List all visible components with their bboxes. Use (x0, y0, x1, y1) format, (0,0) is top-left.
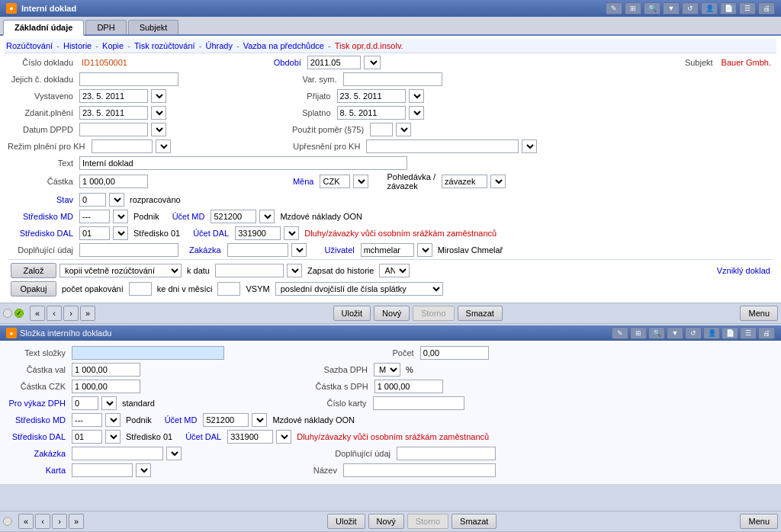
sub-tb-list-btn[interactable]: ☰ (740, 327, 757, 339)
ucet-dal-link[interactable]: Účet DAL (193, 229, 229, 238)
zdanit-select[interactable] (151, 106, 166, 120)
vystaveno-select[interactable] (151, 89, 166, 103)
sub-castka-val-input[interactable] (72, 363, 140, 377)
pouzit-input[interactable] (370, 123, 393, 136)
varsym-input[interactable] (343, 72, 442, 86)
rezim-input[interactable] (92, 139, 153, 153)
sub-nav-last-btn[interactable]: » (69, 514, 84, 529)
opakuj-dni-input[interactable] (217, 282, 240, 296)
ucet-dal-input[interactable] (235, 226, 281, 240)
obdobi-input[interactable] (307, 56, 361, 69)
tb-print-btn[interactable]: 🖨 (758, 2, 775, 14)
sub-tb-doc-btn[interactable]: 📄 (722, 327, 738, 339)
label-mena-link[interactable]: Měna (286, 177, 317, 186)
sub-tb-edit-btn[interactable]: ✎ (612, 327, 628, 339)
stredisko-dal-input[interactable] (79, 226, 110, 240)
prijato-select[interactable] (409, 89, 424, 103)
novy-btn-2[interactable]: Nový (368, 514, 404, 529)
upresneni-select[interactable] (522, 139, 537, 153)
link-kopie[interactable]: Kopie (102, 41, 124, 50)
link-uhrady[interactable]: Úhrady (205, 41, 232, 50)
sub-text-input[interactable] (72, 346, 224, 360)
sub-nav-first-btn[interactable]: « (18, 514, 34, 529)
tb-user-btn[interactable]: 👤 (701, 2, 718, 14)
sub-ucet-dal-link[interactable]: Účet DAL (185, 432, 221, 441)
doplnujici-input[interactable] (79, 243, 178, 257)
zakazka-link[interactable]: Zakázka (189, 245, 221, 255)
opakuj-posledni-select[interactable]: poslední dvojčíslí dle čísla splátky (275, 282, 443, 296)
sub-castka-czk-input[interactable] (72, 380, 140, 393)
zakazka-select[interactable] (291, 243, 307, 257)
smazat-btn-2[interactable]: Smazat (452, 514, 497, 529)
sub-stredisko-md-select[interactable] (105, 413, 121, 427)
tb-grid-btn[interactable]: ⊞ (625, 2, 641, 14)
zaloz-datum-input[interactable] (215, 264, 284, 277)
tb-edit-btn[interactable]: ✎ (606, 2, 622, 14)
obdobi-select[interactable] (364, 56, 381, 69)
sub-castka-sdph-input[interactable] (374, 380, 443, 393)
sub-provykaz-select[interactable] (101, 396, 117, 410)
link-rozuctovani[interactable]: Rozúčtování (6, 41, 53, 50)
castka-input[interactable] (79, 175, 148, 188)
uzivatel-link[interactable]: Uživatel (325, 245, 355, 255)
sub-pocet-input[interactable] (420, 346, 489, 360)
stav-input[interactable] (79, 193, 106, 207)
prijato-input[interactable] (337, 89, 406, 103)
tab-subjekt[interactable]: Subjekt (128, 20, 179, 34)
smazat-btn-1[interactable]: Smazat (458, 306, 503, 321)
text-input[interactable] (79, 156, 407, 170)
upresneni-input[interactable] (366, 139, 519, 153)
sub-stredisko-dal-select[interactable] (105, 430, 121, 444)
sub-nav-prev-btn[interactable]: ‹ (35, 514, 50, 529)
ucet-md-input[interactable] (211, 210, 256, 223)
datum-select[interactable] (151, 123, 166, 136)
zaloz-type-select[interactable]: kopii včetně rozúčtování (59, 264, 182, 277)
sub-label-stredisko-md-link[interactable]: Středisko MD (8, 415, 69, 425)
nav-prev-btn[interactable]: ‹ (47, 306, 62, 321)
sub-nazev-input[interactable] (343, 463, 496, 477)
sub-ucet-md-select[interactable] (252, 413, 267, 427)
mena-select[interactable] (353, 175, 368, 188)
ucet-md-select[interactable] (259, 210, 275, 223)
sub-tb-refresh-btn[interactable]: ↺ (685, 327, 702, 339)
ulozit-btn-1[interactable]: Uložit (333, 306, 371, 321)
menu-btn-1[interactable]: Menu (740, 306, 778, 321)
sub-tb-filter-btn[interactable]: ▼ (667, 327, 683, 339)
tab-zakladni-udaje[interactable]: Základní údaje (3, 20, 84, 36)
label-stredisko-md-link[interactable]: Středisko MD (8, 212, 76, 221)
sub-ucet-md-link[interactable]: Účet MD (165, 415, 198, 425)
sub-zakazka-input[interactable] (72, 447, 163, 460)
sub-label-stredisko-dal-link[interactable]: Středisko DAL (8, 432, 69, 441)
tb-search-btn[interactable]: 🔍 (644, 2, 660, 14)
zaloz-button[interactable]: Založ (11, 263, 56, 278)
sub-tb-grid-btn[interactable]: ⊞ (630, 327, 647, 339)
mena-input[interactable] (320, 175, 350, 188)
sub-karta-link[interactable]: Karta (8, 466, 69, 475)
label-stredisko-dal-link[interactable]: Středisko DAL (8, 229, 76, 238)
stredisko-dal-select[interactable] (113, 226, 128, 240)
sub-karta-select[interactable] (136, 463, 151, 477)
link-tisk-insolv[interactable]: Tisk opr.d.d.insolv. (335, 41, 403, 50)
jejich-input[interactable] (79, 72, 178, 86)
pohledavka-input[interactable] (442, 175, 487, 188)
novy-btn-1[interactable]: Nový (374, 306, 410, 321)
sub-provykaz-input[interactable] (72, 396, 98, 410)
sub-zakazka-link[interactable]: Zakázka (8, 449, 69, 458)
sub-ucet-md-input[interactable] (203, 413, 249, 427)
tb-filter-btn[interactable]: ▼ (663, 2, 680, 14)
zdanit-input[interactable] (79, 106, 148, 120)
sub-zakazka-select[interactable] (166, 447, 182, 460)
link-vazba[interactable]: Vazba na předchůdce (243, 41, 324, 50)
stredisko-md-input[interactable] (79, 210, 110, 223)
tb-refresh-btn[interactable]: ↺ (682, 2, 699, 14)
opakuj-pocet-input[interactable] (129, 282, 152, 296)
nav-last-btn[interactable]: » (80, 306, 95, 321)
rezim-select[interactable] (156, 139, 171, 153)
ucet-dal-select[interactable] (284, 226, 299, 240)
tab-dph[interactable]: DPH (85, 20, 126, 34)
opakuj-button[interactable]: Opakuj (11, 281, 56, 296)
datum-input[interactable] (79, 123, 148, 136)
sub-label-provykaz-link[interactable]: Pro výkaz DPH (8, 399, 69, 408)
splatno-select[interactable] (409, 106, 424, 120)
menu-btn-2[interactable]: Menu (740, 514, 778, 529)
